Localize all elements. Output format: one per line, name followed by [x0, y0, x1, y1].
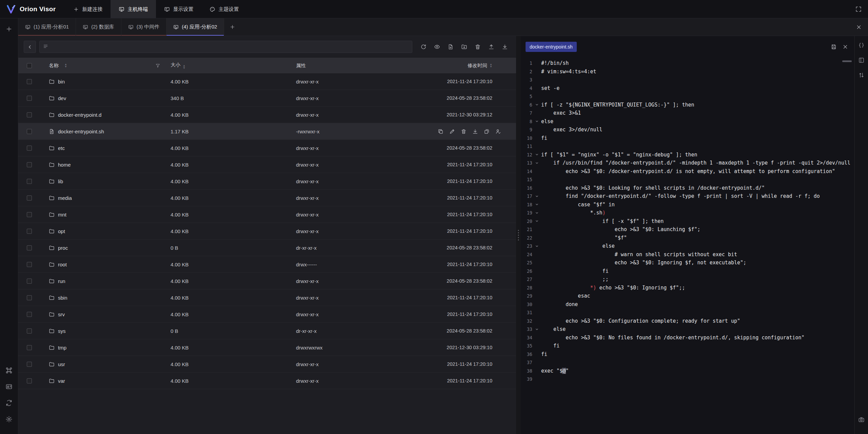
fold-chevron-icon[interactable]	[532, 219, 541, 223]
terminal-tab-2[interactable]: (2) 数据库	[76, 18, 121, 36]
table-row[interactable]: run4.00 KBdrwxr-xr-x2024-05-28 23:58:02	[18, 273, 516, 289]
col-header-mtime[interactable]: 修改时间	[468, 62, 487, 69]
table-row[interactable]: home4.00 KBdrwxr-xr-x2021-11-24 17:20:10	[18, 156, 516, 173]
row-name[interactable]: bin	[58, 79, 65, 84]
sync-icon[interactable]	[3, 397, 15, 409]
terminal-tab-3[interactable]: (3) 中间件	[121, 18, 167, 36]
table-row[interactable]: docker-entrypoint.sh1.17 KB-rwxrwxr-x	[18, 123, 516, 140]
file-plus-icon[interactable]	[445, 41, 456, 53]
table-row[interactable]: docker-entrypoint.d4.00 KBdrwxr-xr-x2021…	[18, 107, 516, 123]
row-checkbox[interactable]	[27, 129, 32, 134]
row-checkbox[interactable]	[27, 146, 32, 151]
row-checkbox[interactable]	[27, 212, 32, 217]
swap-vertical-icon[interactable]	[856, 70, 867, 80]
nav-item-new-connection[interactable]: 新建连接	[65, 0, 111, 18]
table-row[interactable]: proc0 Bdr-xr-xr-x2024-05-28 23:58:02	[18, 240, 516, 256]
panel-icon[interactable]	[856, 55, 867, 65]
row-checkbox[interactable]	[27, 245, 32, 250]
table-row[interactable]: sbin4.00 KBdrwxr-xr-x2021-11-24 17:20:10	[18, 289, 516, 306]
table-row[interactable]: opt4.00 KBdrwxr-xr-x2021-11-24 17:20:10	[18, 223, 516, 240]
filter-icon[interactable]	[155, 63, 160, 68]
close-panel-icon[interactable]	[856, 24, 862, 30]
user-card-icon[interactable]	[3, 380, 15, 393]
sort-carets[interactable]: ▲▼	[64, 63, 67, 68]
row-checkbox[interactable]	[27, 162, 32, 167]
row-checkbox[interactable]	[27, 112, 32, 117]
row-name[interactable]: media	[58, 195, 72, 201]
row-name[interactable]: srv	[58, 312, 65, 317]
folder-plus-icon[interactable]	[458, 41, 470, 53]
download-icon[interactable]	[472, 129, 478, 134]
camera-icon[interactable]	[856, 414, 867, 424]
row-name[interactable]: opt	[58, 228, 65, 234]
row-name[interactable]: mnt	[58, 212, 66, 218]
plus-icon[interactable]	[3, 23, 15, 35]
table-row[interactable]: dev340 Bdrwxr-xr-x2024-05-28 23:58:02	[18, 90, 516, 107]
sort-carets[interactable]: ▲▼	[490, 63, 492, 68]
row-name[interactable]: proc	[58, 245, 68, 251]
nav-item-host-terminal[interactable]: 主机终端	[111, 0, 156, 18]
fold-chevron-icon[interactable]	[532, 203, 541, 206]
close-editor-icon[interactable]	[842, 44, 848, 50]
row-checkbox[interactable]	[27, 79, 32, 84]
row-checkbox[interactable]	[27, 312, 32, 317]
row-name[interactable]: lib	[58, 178, 63, 184]
table-row[interactable]: lib4.00 KBdrwxr-xr-x2021-11-24 17:20:10	[18, 173, 516, 190]
select-all-checkbox[interactable]	[27, 63, 32, 68]
fold-chevron-icon[interactable]	[532, 119, 541, 123]
table-row[interactable]: root4.00 KBdrwx------2021-11-24 17:20:10	[18, 256, 516, 273]
row-name[interactable]: run	[58, 278, 65, 284]
row-name[interactable]: root	[58, 262, 67, 267]
row-checkbox[interactable]	[27, 279, 32, 284]
row-checkbox[interactable]	[27, 345, 32, 350]
gear-icon[interactable]	[3, 413, 15, 425]
row-name[interactable]: tmp	[58, 345, 66, 351]
fold-chevron-icon[interactable]	[532, 244, 541, 248]
row-name[interactable]: docker-entrypoint.d	[58, 112, 101, 118]
fold-chevron-icon[interactable]	[532, 211, 541, 215]
nav-item-theme-settings[interactable]: 主题设置	[201, 0, 247, 18]
back-button[interactable]	[24, 41, 36, 53]
table-row[interactable]: mnt4.00 KBdrwxr-xr-x2021-11-24 17:20:10	[18, 206, 516, 223]
fold-chevron-icon[interactable]	[532, 327, 541, 331]
col-header-name[interactable]: 名称	[49, 62, 59, 69]
add-tab-button[interactable]	[224, 18, 240, 36]
terminal-tab-4[interactable]: (4) 应用-分析02	[166, 18, 224, 36]
duplicate-icon[interactable]	[484, 129, 490, 134]
terminal-tab-1[interactable]: (1) 应用-分析01	[18, 18, 76, 36]
row-name[interactable]: sbin	[58, 295, 67, 301]
user-check-icon[interactable]	[495, 129, 501, 134]
panel-splitter[interactable]	[516, 36, 521, 434]
command-icon[interactable]	[3, 364, 15, 376]
braces-icon[interactable]	[856, 40, 867, 50]
row-checkbox[interactable]	[27, 179, 32, 184]
row-name[interactable]: sys	[58, 328, 66, 334]
sort-carets[interactable]: ▲▼	[183, 64, 185, 69]
col-header-size[interactable]: 大小	[171, 62, 180, 68]
table-row[interactable]: media4.00 KBdrwxr-xr-x2021-11-24 17:20:1…	[18, 190, 516, 206]
table-row[interactable]: usr4.00 KBdrwxr-xr-x2021-11-24 17:20:10	[18, 356, 516, 373]
row-checkbox[interactable]	[27, 328, 32, 334]
table-row[interactable]: tmp4.00 KBdrwxrwxrwx2021-12-30 03:29:10	[18, 339, 516, 356]
save-icon[interactable]	[831, 44, 837, 50]
row-checkbox[interactable]	[27, 262, 32, 267]
table-row[interactable]: sys0 Bdr-xr-xr-x2024-05-28 23:58:02	[18, 323, 516, 339]
copy-icon[interactable]	[438, 129, 443, 134]
row-name[interactable]: dev	[58, 95, 66, 101]
trash-icon[interactable]	[472, 41, 484, 53]
download-icon[interactable]	[499, 41, 511, 53]
nav-item-display-settings[interactable]: 显示设置	[156, 0, 201, 18]
row-name[interactable]: docker-entrypoint.sh	[58, 129, 104, 134]
fold-chevron-icon[interactable]	[532, 103, 541, 107]
row-name[interactable]: var	[58, 378, 65, 384]
edit-icon[interactable]	[449, 129, 455, 134]
path-input[interactable]	[39, 41, 412, 53]
row-name[interactable]: usr	[58, 361, 65, 367]
fold-chevron-icon[interactable]	[532, 194, 541, 198]
row-checkbox[interactable]	[27, 295, 32, 300]
code-editor[interactable]: 1#!/bin/sh2# vim:sw=4:ts=4:et34set -e56i…	[521, 58, 854, 434]
row-checkbox[interactable]	[27, 229, 32, 234]
editor-scrollbar-thumb[interactable]	[842, 60, 852, 62]
table-row[interactable]: var4.00 KBdrwxr-xr-x2021-11-24 17:20:10	[18, 373, 516, 389]
row-name[interactable]: home	[58, 162, 71, 168]
